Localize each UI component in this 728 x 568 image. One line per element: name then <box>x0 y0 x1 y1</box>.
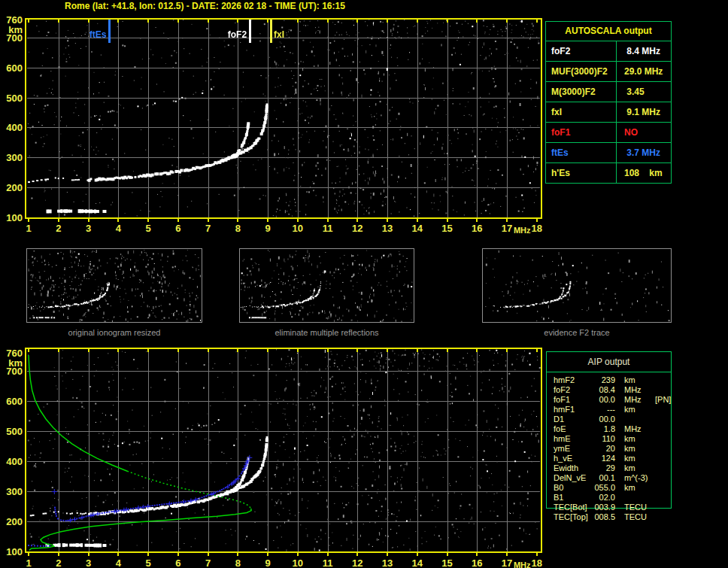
parameter-name: foE <box>554 424 566 434</box>
table-row: Ewidth29km <box>546 463 670 473</box>
x-tick-label: 16 <box>469 223 484 234</box>
x-tick-label: 17 <box>499 557 514 568</box>
parameter-value: 29 <box>575 463 615 473</box>
parameter-name: foF2 <box>554 385 570 395</box>
parameter-unit: km <box>624 444 635 454</box>
y-tick-label: 500 <box>0 426 23 437</box>
y-tick-label: 300 <box>0 152 23 163</box>
x-tick-label: 9 <box>260 223 275 234</box>
table-row: DelN_vE00.1m^(-3) <box>546 473 670 483</box>
parameter-unit: m^(-3) <box>624 473 648 483</box>
parameter-value: 00.0 <box>575 395 615 405</box>
x-tick-label: 7 <box>201 223 216 234</box>
table-row: h_vE124km <box>546 454 670 463</box>
x-tick-label: 1 <box>21 223 36 234</box>
table-row: fxI 9.1 MHz <box>546 102 671 123</box>
parameter-value: 9.1 MHz <box>617 102 671 122</box>
parameter-name: h'Es <box>546 163 617 183</box>
parameter-value: 1.8 <box>575 424 615 434</box>
parameter-value: 00.1 <box>575 473 615 483</box>
table-row: TEC[Bot]003.9TECU <box>546 503 670 512</box>
parameter-unit: TECU <box>624 512 647 522</box>
thumbnail-canvas-3 <box>483 249 671 322</box>
parameter-value: 8.4 MHz <box>617 41 671 61</box>
parameter-unit: MHz <box>624 395 642 405</box>
y-tick-label: 300 <box>0 486 23 497</box>
parameter-value: 20 <box>575 444 615 454</box>
parameter-value: 239 <box>575 375 615 385</box>
thumbnail-2 <box>239 248 414 323</box>
x-tick-label: 15 <box>440 557 455 568</box>
thumbnail-1 <box>26 248 202 323</box>
ionogram-plot-bottom <box>25 347 542 556</box>
autoscala-output-table: AUTOSCALA output foF2 8.4 MHzMUF(3000)F2… <box>545 21 672 184</box>
table-row: hmE110km <box>546 434 670 444</box>
table-row: foF208.4MHz <box>546 385 670 395</box>
table-row: foE1.8MHz <box>546 424 670 434</box>
x-tick-label: 11 <box>320 557 335 568</box>
x-tick-label: 16 <box>469 557 484 568</box>
table-row: ftEs 3.7 MHz <box>546 143 671 163</box>
thumbnail-canvas-1 <box>27 249 202 322</box>
y-tick-label: 600 <box>0 396 23 407</box>
thumbnail-label: original ionogram resized <box>26 328 202 337</box>
x-tick-label: 5 <box>141 223 156 234</box>
y-tick-label: 600 <box>0 62 23 74</box>
x-tick-label: 7 <box>201 557 216 568</box>
marker-label-ftes: ftEs <box>73 29 106 40</box>
x-tick-label: 13 <box>380 223 395 234</box>
parameter-name: foF2 <box>546 41 617 61</box>
y-tick-label: 200 <box>0 182 23 193</box>
parameter-name: fxI <box>546 102 617 122</box>
table-row: MUF(3000)F229.0 MHz <box>546 62 671 82</box>
x-tick-label: 2 <box>51 557 66 568</box>
x-tick-label: 18 <box>529 223 544 234</box>
thumbnail-label: eliminate multiple reflections <box>239 328 414 337</box>
parameter-value: --- <box>575 405 615 415</box>
table-row: foF2 8.4 MHz <box>546 41 671 62</box>
table-row: h'Es108 km <box>546 163 671 183</box>
parameter-unit: km <box>624 434 635 444</box>
parameter-unit: km <box>624 454 635 463</box>
thumbnail-label: evidence F2 trace <box>482 328 672 337</box>
y-axis-unit-label: km <box>0 357 23 369</box>
ionogram-plot-top <box>25 17 542 223</box>
thumbnail-3 <box>482 248 672 323</box>
table-row: B0055.0km <box>546 483 670 493</box>
parameter-value: 29.0 MHz <box>617 62 671 81</box>
parameter-unit: km <box>624 375 635 385</box>
x-tick-label: 6 <box>171 557 186 568</box>
table-row: D100.0 <box>546 415 670 424</box>
parameter-unit: MHz <box>624 424 642 434</box>
x-tick-label: 8 <box>230 557 245 568</box>
parameter-extra: [PN] <box>655 395 671 405</box>
y-tick-label: 500 <box>0 93 23 104</box>
aip-table-title: AIP output <box>547 352 671 372</box>
parameter-unit: TECU <box>624 503 647 512</box>
parameter-name: hmF1 <box>554 405 575 415</box>
parameter-value: 3.45 <box>617 82 671 102</box>
parameter-name: MUF(3000)F2 <box>546 62 617 81</box>
x-tick-label: 13 <box>380 557 395 568</box>
parameter-name: hmF2 <box>554 375 575 385</box>
y-axis-unit-label: km <box>0 24 23 35</box>
parameter-value: 08.4 <box>575 385 615 395</box>
parameter-name: B1 <box>554 493 563 503</box>
x-tick-label: 17 <box>499 223 514 234</box>
x-tick-label: 12 <box>350 557 365 568</box>
table-row: foF1NO <box>546 123 671 143</box>
parameter-name: M(3000)F2 <box>546 82 617 102</box>
x-tick-label: 12 <box>350 223 365 234</box>
x-tick-label: 3 <box>81 223 96 234</box>
x-tick-label: 6 <box>171 223 186 234</box>
x-tick-label: 3 <box>81 557 96 568</box>
x-axis-unit-label: MHz <box>514 560 531 568</box>
x-tick-label: 5 <box>141 557 156 568</box>
parameter-name: h_vE <box>554 454 572 463</box>
parameter-name: foF1 <box>546 123 617 142</box>
x-axis-unit-label: MHz <box>514 226 531 235</box>
marker-label-fxi: fxI <box>274 29 307 40</box>
autoscala-table-rows: foF2 8.4 MHzMUF(3000)F229.0 MHzM(3000)F2… <box>546 41 671 183</box>
x-tick-label: 18 <box>529 557 544 568</box>
y-tick-label: 100 <box>0 212 23 223</box>
